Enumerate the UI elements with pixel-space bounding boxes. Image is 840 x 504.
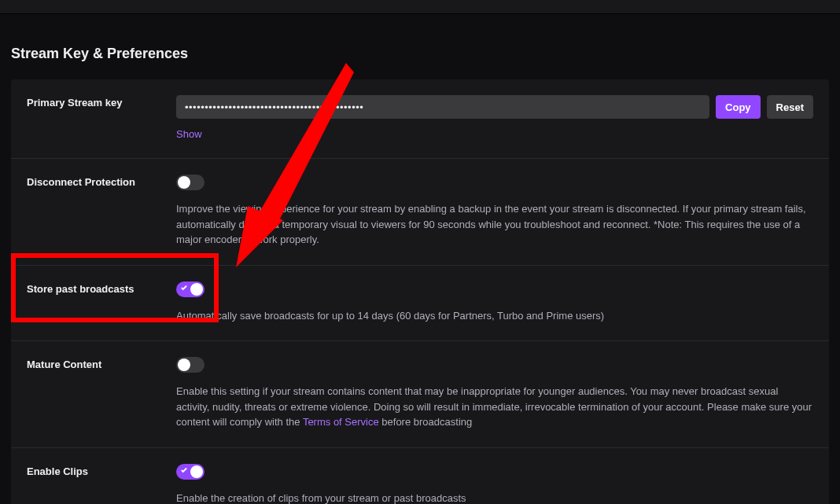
page-title: Stream Key & Preferences bbox=[11, 46, 829, 62]
toggle-store-past-broadcasts[interactable] bbox=[176, 281, 204, 297]
copy-button[interactable]: Copy bbox=[716, 95, 761, 119]
show-link[interactable]: Show bbox=[176, 128, 202, 140]
stream-key-input[interactable] bbox=[176, 95, 709, 119]
reset-button[interactable]: Reset bbox=[767, 95, 813, 119]
top-bar bbox=[0, 0, 840, 14]
desc-mature-prefix: Enable this setting if your stream conta… bbox=[176, 385, 812, 428]
desc-store-past: Automatically save broadcasts for up to … bbox=[176, 308, 813, 324]
tos-link[interactable]: Terms of Service bbox=[303, 416, 379, 428]
toggle-disconnect-protection[interactable] bbox=[176, 175, 204, 190]
label-mature: Mature Content bbox=[27, 357, 176, 430]
desc-clips: Enable the creation of clips from your s… bbox=[176, 491, 813, 505]
row-disconnect-protection: Disconnect Protection Improve the viewin… bbox=[11, 159, 829, 266]
label-store-past: Store past broadcasts bbox=[27, 281, 176, 324]
label-disconnect: Disconnect Protection bbox=[27, 175, 176, 248]
desc-mature: Enable this setting if your stream conta… bbox=[176, 384, 813, 430]
check-icon bbox=[180, 284, 188, 292]
row-mature-content: Mature Content Enable this setting if yo… bbox=[11, 341, 829, 448]
toggle-mature-content[interactable] bbox=[176, 357, 204, 373]
label-stream-key: Primary Stream key bbox=[27, 95, 176, 141]
settings-panel: Primary Stream key Copy Reset Show Disco… bbox=[11, 79, 829, 504]
row-stream-key: Primary Stream key Copy Reset Show bbox=[11, 79, 829, 159]
row-enable-clips: Enable Clips Enable the creation of clip… bbox=[11, 448, 829, 505]
desc-disconnect: Improve the viewing experience for your … bbox=[176, 201, 813, 248]
toggle-enable-clips[interactable] bbox=[176, 464, 204, 480]
row-store-past-broadcasts: Store past broadcasts Automatically save… bbox=[11, 266, 829, 342]
label-clips: Enable Clips bbox=[27, 464, 176, 505]
check-icon bbox=[180, 466, 188, 474]
desc-mature-suffix: before broadcasting bbox=[379, 416, 473, 428]
